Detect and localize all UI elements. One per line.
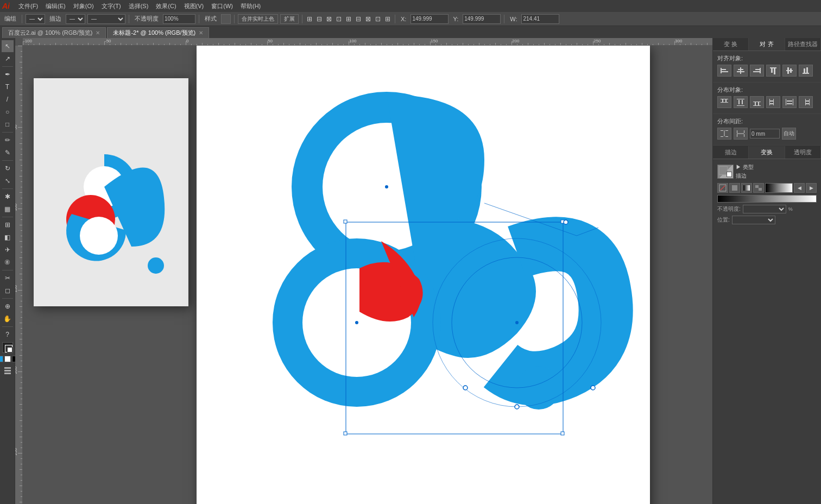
menu-effect[interactable]: 效果(C) (153, 1, 179, 11)
zoom-tool[interactable]: ⊕ (2, 300, 14, 312)
toolbar-icon-5[interactable]: ⊞ (345, 14, 352, 24)
artboard-main[interactable] (197, 46, 650, 504)
align-bottom-btn[interactable] (799, 65, 813, 77)
align-top-btn[interactable] (766, 65, 780, 77)
ellipse-tool[interactable]: ○ (2, 106, 14, 118)
panel-tab-align[interactable]: 对 齐 (749, 38, 785, 51)
panel-tab-transform[interactable]: 变 换 (713, 38, 749, 51)
tab-1[interactable]: 未标题-2* @ 100% (RGB/预览) ✕ (107, 27, 209, 38)
mesh-tool[interactable]: ⊞ (2, 219, 14, 231)
toolbar-sep-2 (129, 15, 129, 23)
gradient-tool[interactable]: ◧ (2, 231, 14, 243)
menu-view[interactable]: 视图(V) (181, 1, 207, 11)
help-tool[interactable]: ? (2, 329, 14, 341)
svg-rect-63 (793, 99, 793, 105)
color-none-btn[interactable] (717, 183, 728, 193)
align-left-btn[interactable] (717, 65, 731, 77)
opacity-input[interactable] (163, 14, 195, 24)
menu-object[interactable]: 对象(O) (70, 1, 97, 11)
toolbar-icon-4[interactable]: ⊡ (335, 14, 343, 24)
select-tool[interactable]: ↖ (2, 40, 14, 52)
expand-button[interactable]: 扩展 (280, 14, 299, 24)
pen-tool[interactable]: ✒ (2, 68, 14, 80)
gradient-arrow-left[interactable]: ◀ (794, 183, 805, 193)
stroke-select[interactable]: — (66, 14, 85, 24)
toolbar-icon-8[interactable]: ⊡ (374, 14, 382, 24)
x-input[interactable] (410, 14, 449, 24)
menu-edit[interactable]: 编辑(E) (42, 1, 69, 11)
toolbar-icon-6[interactable]: ⊟ (355, 14, 362, 24)
brush-tool[interactable]: ✏ (2, 134, 14, 146)
svg-rect-52 (738, 100, 740, 104)
color-swatch-blue[interactable] (0, 356, 3, 362)
tool-sep-8 (2, 326, 13, 327)
scale-tool[interactable]: ⤡ (2, 175, 14, 187)
menu-file[interactable]: 文件(F) (15, 1, 41, 11)
dist-top-btn[interactable] (717, 96, 731, 108)
panel-tab-stroke-b[interactable]: 描边 (713, 146, 749, 159)
fill-stroke-indicator[interactable] (2, 342, 13, 353)
style-swatch[interactable] (221, 14, 231, 24)
stroke-type-select[interactable]: — (26, 14, 45, 24)
gradient-btn[interactable] (741, 183, 752, 193)
tab-close-1[interactable]: ✕ (199, 30, 203, 36)
align-center-h-btn[interactable] (734, 65, 748, 77)
spacing-h-btn[interactable] (734, 128, 748, 140)
tab-close-0[interactable]: ✕ (96, 30, 100, 36)
auto-spacing-btn[interactable]: 自动 (782, 128, 796, 140)
slice-tool[interactable]: ✂ (2, 272, 14, 284)
rotate-tool[interactable]: ↻ (2, 162, 14, 174)
pencil-tool[interactable]: ✎ (2, 147, 14, 159)
eyedropper-tool[interactable]: ✈ (2, 244, 14, 256)
y-input[interactable] (463, 14, 501, 24)
dist-cen-btn[interactable] (782, 96, 797, 108)
position-select[interactable] (732, 216, 775, 224)
merge-button[interactable]: 合并实时上色 (238, 14, 278, 24)
toolbar-icon-3[interactable]: ⊠ (325, 14, 333, 24)
gradient-bar[interactable] (717, 195, 817, 203)
spray-tool[interactable]: ✱ (2, 191, 14, 203)
graph-tool[interactable]: ▦ (2, 203, 14, 215)
align-middle-v-btn[interactable] (782, 65, 797, 77)
menu-select[interactable]: 选择(S) (125, 1, 152, 11)
toolbar-icon-2[interactable]: ⊟ (315, 14, 323, 24)
menu-type[interactable]: 文字(T) (98, 1, 124, 11)
stroke-width-select[interactable]: — (87, 14, 125, 24)
fill-color-swatch[interactable] (717, 165, 734, 179)
line-tool[interactable]: / (2, 93, 14, 105)
tab-0[interactable]: 百度云2.ai @ 100% (RGB/预览) ✕ (2, 27, 106, 38)
panel-tab-pathfinder[interactable]: 路径查找器 (785, 38, 821, 51)
w-input[interactable] (521, 14, 559, 24)
align-right-btn[interactable] (750, 65, 764, 77)
gradient-arrow-right[interactable]: ▶ (806, 183, 817, 193)
toolbar-icon-9[interactable]: ⊞ (384, 14, 391, 24)
rect-tool[interactable]: □ (2, 118, 14, 130)
dist-right-btn[interactable] (799, 96, 813, 108)
position-label-prop: 位置: (717, 216, 730, 224)
dist-bot-btn[interactable] (750, 96, 764, 108)
toolbar-icon-7[interactable]: ⊠ (364, 14, 372, 24)
canvas-viewport[interactable] (23, 46, 712, 504)
gradient-preview-bar[interactable] (765, 183, 793, 193)
toolbar-icon-1[interactable]: ⊞ (306, 14, 313, 24)
panel-tab-transform-b[interactable]: 变换 (749, 146, 785, 159)
dist-left-btn[interactable] (766, 96, 780, 108)
dist-mid-btn[interactable] (734, 96, 748, 108)
type-tool[interactable]: T (2, 81, 14, 93)
hand-tool[interactable]: ✋ (2, 313, 14, 325)
panel-tab-opacity-b[interactable]: 透明度 (785, 146, 821, 159)
menu-window[interactable]: 窗口(W) (208, 1, 236, 11)
spacing-value-input[interactable] (750, 129, 780, 138)
blend-tool[interactable]: ⑧ (2, 256, 14, 268)
menu-help[interactable]: 帮助(H) (237, 1, 264, 11)
main-artwork-svg (197, 46, 650, 504)
layers-icon[interactable] (2, 365, 13, 376)
direct-select-tool[interactable]: ↗ (2, 53, 14, 65)
pattern-btn[interactable] (753, 183, 764, 193)
color-swatch-white[interactable] (4, 356, 11, 362)
solid-color-btn[interactable] (729, 183, 740, 193)
canvas-area[interactable]: -100-50050100150200250300 50100150200250 (15, 38, 712, 504)
spacing-v-btn[interactable] (717, 128, 731, 140)
opacity-select[interactable] (743, 205, 786, 213)
eraser-tool[interactable]: ◻ (2, 285, 14, 297)
